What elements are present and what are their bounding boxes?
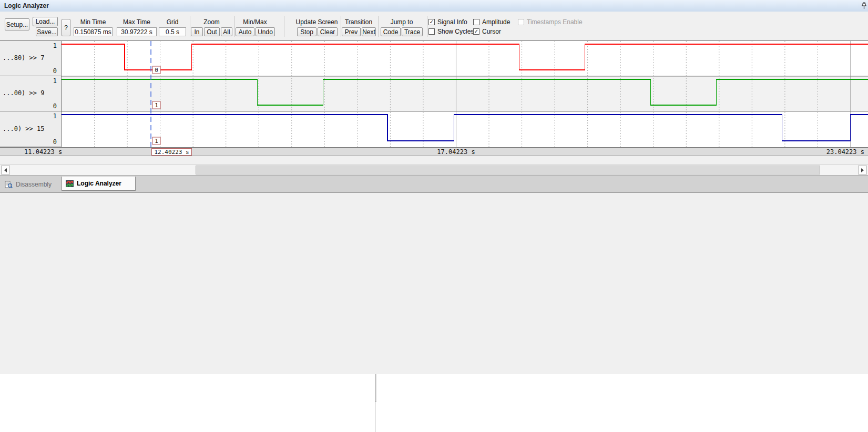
tab-disassembly[interactable]: Disassembly bbox=[1, 178, 61, 191]
logic-analyzer-titlebar: Logic Analyzer bbox=[0, 0, 868, 12]
transition-prev-button[interactable]: Prev bbox=[342, 27, 361, 36]
zoom-in-button[interactable]: In bbox=[191, 27, 203, 36]
signal-name: ...80) >> 7 bbox=[3, 54, 44, 61]
update-screen-label: Update Screen bbox=[294, 18, 339, 26]
minmax-group-label: Min/Max bbox=[236, 18, 274, 26]
signal-info-checkbox[interactable]: Signal Info bbox=[428, 18, 467, 26]
keil-debug-workspace: Logic Analyzer Setup... Load... Save... … bbox=[0, 0, 868, 432]
time-ruler: 12.40223 s 11.04223 s17.04223 s23.04223 … bbox=[0, 147, 868, 156]
disassembly-icon bbox=[5, 181, 13, 189]
signal-name-row[interactable]: 1...80) >> 70 bbox=[0, 41, 61, 76]
pushpin-icon[interactable] bbox=[861, 2, 867, 10]
watch-panel: x 200) >> 9 000) >> 15 bbox=[0, 374, 375, 432]
waveform-hscrollbar[interactable] bbox=[0, 164, 868, 175]
ruler-time-label: 23.04223 s bbox=[826, 148, 864, 156]
logic-analyzer-window: Logic Analyzer Setup... Load... Save... … bbox=[0, 0, 868, 176]
transition-label: Transition bbox=[342, 18, 375, 26]
scroll-left-button[interactable] bbox=[1, 166, 10, 174]
zoom-out-button[interactable]: Out bbox=[204, 27, 220, 36]
checkbox-box bbox=[473, 19, 479, 25]
minmax-undo-button[interactable]: Undo bbox=[256, 27, 275, 36]
transition-next-button[interactable]: Next bbox=[362, 27, 376, 36]
signal-row-bg bbox=[62, 76, 868, 111]
cursor-value-text: 0 bbox=[155, 67, 158, 74]
checkbox-box bbox=[428, 19, 435, 25]
scroll-right-button[interactable] bbox=[858, 166, 867, 174]
ruler-time-label: 11.04223 s bbox=[24, 148, 62, 156]
update-clear-button[interactable]: Clear bbox=[318, 27, 338, 36]
window-title: Logic Analyzer bbox=[4, 2, 49, 9]
scale-top: 1 bbox=[53, 42, 57, 49]
checkbox-label: Amplitude bbox=[482, 18, 510, 26]
grid-label: Grid bbox=[159, 18, 186, 26]
signal-name-row[interactable]: 1...0) >> 150 bbox=[0, 111, 61, 147]
cursor-time-box: 12.40223 s bbox=[151, 148, 192, 156]
tab-label: Logic Analyzer bbox=[77, 180, 121, 187]
min-time-label: Min Time bbox=[74, 18, 113, 26]
logic-analyzer-icon bbox=[66, 180, 74, 187]
checkbox-label: Timestamps Enable bbox=[527, 18, 583, 26]
max-time-label: Max Time bbox=[117, 18, 157, 26]
tab-logic-analyzer[interactable]: Logic Analyzer bbox=[62, 177, 136, 191]
timestamps-enable-checkbox: Timestamps Enable bbox=[518, 18, 583, 26]
checkbox-label: Cursor bbox=[482, 28, 501, 35]
jump-code-button[interactable]: Code bbox=[381, 27, 401, 36]
scrollbar-thumb[interactable] bbox=[196, 166, 820, 174]
jump-trace-button[interactable]: Trace bbox=[402, 27, 423, 36]
scale-top: 1 bbox=[53, 77, 57, 85]
ruler-time-label: 17.04223 s bbox=[431, 148, 481, 156]
waveform-area: 1...80) >> 701...00) >> 901...0) >> 150 … bbox=[0, 40, 868, 148]
checkbox-label: Show Cycles bbox=[437, 28, 474, 35]
cursor-checkbox[interactable]: Cursor bbox=[473, 28, 501, 35]
update-stop-button[interactable]: Stop bbox=[297, 27, 316, 36]
amplitude-checkbox[interactable]: Amplitude bbox=[473, 18, 510, 26]
scale-top: 1 bbox=[53, 112, 57, 120]
grid-value[interactable]: 0.5 s bbox=[159, 27, 186, 36]
checkbox-box bbox=[473, 28, 479, 35]
jump-to-label: Jump to bbox=[381, 18, 423, 26]
waveform-plot[interactable]: 011 bbox=[62, 41, 868, 147]
signal-row-bg bbox=[62, 111, 868, 147]
signal-name: ...00) >> 9 bbox=[3, 89, 44, 97]
minmax-auto-button[interactable]: Auto bbox=[236, 27, 254, 36]
save-button[interactable]: Save... bbox=[36, 27, 58, 36]
call-stack-panel: Call Stack + Locals Name Location/Value … bbox=[376, 374, 868, 432]
max-time-value: 30.97222 s bbox=[117, 27, 157, 36]
min-time-value: 0.150875 ms bbox=[74, 27, 113, 36]
checkbox-box bbox=[518, 19, 524, 25]
checkbox-box bbox=[428, 28, 435, 35]
editor-window: main.c startup_stm32f103xb.s 5758/* USER… bbox=[0, 192, 868, 374]
cursor-value-text: 1 bbox=[155, 102, 158, 109]
scale-bottom: 0 bbox=[53, 67, 57, 75]
show-cycles-checkbox[interactable]: Show Cycles bbox=[428, 28, 474, 35]
scale-bottom: 0 bbox=[53, 102, 57, 110]
signal-name-row[interactable]: 1...00) >> 90 bbox=[0, 76, 61, 111]
help-button[interactable]: ? bbox=[62, 19, 70, 36]
signal-row-bg bbox=[62, 41, 868, 76]
scale-bottom: 0 bbox=[53, 138, 57, 146]
load-button[interactable]: Load... bbox=[33, 17, 58, 26]
checkbox-label: Signal Info bbox=[437, 18, 467, 26]
signal-name-panel: 1...80) >> 701...00) >> 901...0) >> 150 bbox=[0, 41, 62, 148]
setup-button[interactable]: Setup... bbox=[5, 18, 29, 30]
tab-label: Disassembly bbox=[16, 181, 52, 188]
cursor-value-text: 1 bbox=[155, 138, 158, 145]
logic-analyzer-toolbar: Setup... Load... Save... ? Min Time 0.15… bbox=[0, 12, 868, 39]
zoom-group-label: Zoom bbox=[191, 18, 232, 26]
signal-name: ...0) >> 15 bbox=[3, 125, 44, 132]
zoom-all-button[interactable]: All bbox=[221, 27, 232, 36]
